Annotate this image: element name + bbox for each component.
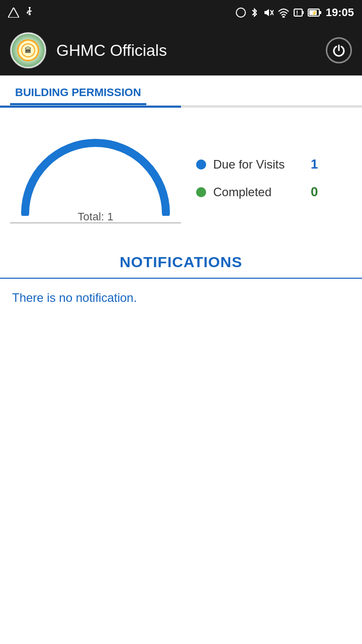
bluetooth-icon (250, 7, 258, 18)
signal-icon (8, 8, 19, 18)
battery-low-icon: ! (294, 7, 304, 18)
due-visits-label: Due for Visits (213, 157, 304, 172)
status-time: 19:05 (326, 6, 354, 19)
notifications-empty-message: There is no notification. (0, 279, 362, 317)
chart-legend: Due for Visits 1 Completed 0 (196, 156, 318, 200)
svg-marker-7 (264, 11, 266, 14)
svg-point-3 (27, 12, 29, 14)
mute-icon (262, 7, 274, 18)
notifications-section: NOTIFICATIONS There is no notification. (0, 249, 362, 322)
status-bar-right-icons: ! ⚡ 19:05 (235, 6, 354, 19)
header-left: 🏛 GHMC Officials (10, 32, 167, 68)
chart-total-label: Total: 1 (78, 210, 114, 223)
svg-point-5 (29, 7, 31, 9)
completed-count: 0 (311, 184, 318, 200)
svg-text:⚡: ⚡ (311, 10, 318, 16)
svg-rect-13 (302, 11, 304, 14)
completed-label: Completed (213, 185, 304, 199)
status-bar: ! ⚡ 19:05 (0, 0, 362, 25)
svg-point-6 (236, 8, 245, 17)
svg-marker-8 (266, 9, 269, 16)
svg-rect-16 (319, 11, 321, 14)
svg-marker-0 (8, 8, 19, 18)
completed-dot (196, 187, 206, 197)
notifications-title: NOTIFICATIONS (0, 249, 362, 278)
svg-point-11 (283, 17, 284, 18)
due-visits-dot (196, 159, 206, 170)
wifi-icon (278, 8, 290, 18)
app-logo: 🏛 (10, 32, 46, 68)
chart-area: Total: 1 Due for Visits 1 Completed 0 (0, 108, 362, 233)
legend-completed: Completed 0 (196, 184, 318, 200)
chart-svg (10, 128, 181, 216)
due-visits-count: 1 (311, 156, 318, 172)
status-bar-left-icons (8, 7, 34, 18)
svg-text:!: ! (296, 10, 298, 17)
svg-text:🏛: 🏛 (25, 46, 32, 54)
tab-building-permission[interactable]: BUILDING PERMISSION (10, 86, 146, 105)
semicircle-chart: Total: 1 (10, 128, 181, 223)
circle-icon (235, 7, 246, 18)
app-title: GHMC Officials (56, 41, 167, 60)
tab-active-indicator (0, 106, 181, 108)
power-button[interactable] (326, 37, 352, 63)
app-header: 🏛 GHMC Officials (0, 25, 362, 75)
svg-rect-4 (29, 14, 31, 15)
battery-icon: ⚡ (308, 7, 322, 18)
tab-bar: BUILDING PERMISSION (0, 75, 362, 106)
legend-due-for-visits: Due for Visits 1 (196, 156, 318, 172)
tab-underline (0, 106, 362, 108)
usb-icon (25, 7, 34, 18)
svg-rect-12 (294, 9, 302, 16)
